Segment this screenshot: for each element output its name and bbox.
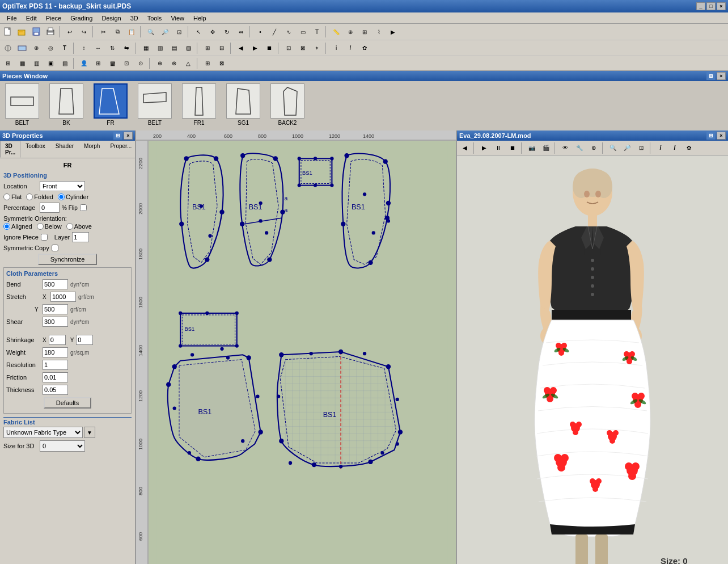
tb-curve[interactable]: ∿ xyxy=(282,26,295,38)
menu-edit[interactable]: Edit xyxy=(22,14,41,23)
rt-tb-8[interactable]: 🔧 xyxy=(573,142,586,154)
tb-open[interactable] xyxy=(15,26,29,38)
size-select[interactable]: 0 xyxy=(40,440,85,452)
tb2-8[interactable]: ⇆ xyxy=(120,42,133,54)
rt-tb-4[interactable]: ⏹ xyxy=(506,142,519,154)
close-button[interactable]: × xyxy=(717,2,726,10)
tb3-9[interactable]: ⊡ xyxy=(120,57,133,70)
stretch-y-input[interactable] xyxy=(43,304,68,314)
tb3-2[interactable]: ▦ xyxy=(15,57,29,70)
title-bar-buttons[interactable]: _ □ × xyxy=(696,2,726,10)
panel-pin-btn[interactable]: ⊞ xyxy=(113,132,122,140)
tb3-14[interactable]: ⊞ xyxy=(201,57,214,70)
tb-line[interactable]: ╱ xyxy=(268,26,281,38)
piece-bk[interactable]: BK xyxy=(46,83,86,128)
tb-redo[interactable]: ↪ xyxy=(77,26,91,38)
flat-radio[interactable]: Flat xyxy=(3,193,22,200)
rt-tb-13[interactable]: i xyxy=(654,142,667,154)
tb3-11[interactable]: ⊕ xyxy=(153,57,167,70)
tb2-17[interactable]: ⏹ xyxy=(263,42,276,54)
tb2-15[interactable]: ◀ xyxy=(234,42,248,54)
tb2-1[interactable] xyxy=(1,42,15,54)
shear-input[interactable] xyxy=(43,317,68,327)
tb-print[interactable] xyxy=(44,26,57,38)
thickness-input[interactable] xyxy=(43,385,68,395)
tb3-7[interactable]: ⊞ xyxy=(91,57,105,70)
piece-belt-1[interactable]: BELT xyxy=(2,83,42,128)
pieces-close-btn[interactable]: × xyxy=(717,72,726,80)
menu-help[interactable]: Help xyxy=(189,14,211,23)
tab-morph[interactable]: Morph xyxy=(79,141,105,158)
fabric-select[interactable]: Unknown Fabric Type xyxy=(3,427,83,438)
rt-tb-3[interactable]: ⏸ xyxy=(492,142,505,154)
tb2-2[interactable] xyxy=(15,42,29,54)
tb-grid[interactable]: ⊞ xyxy=(358,26,371,38)
below-radio[interactable]: Below xyxy=(37,223,62,230)
menu-design[interactable]: Design xyxy=(97,14,125,23)
tb-rotate[interactable]: ↻ xyxy=(220,26,234,38)
pieces-pin-btn[interactable]: ⊞ xyxy=(706,72,716,80)
percentage-input[interactable] xyxy=(40,203,60,213)
tb-snap[interactable]: ⊕ xyxy=(344,26,357,38)
menu-tools[interactable]: Tools xyxy=(143,14,167,23)
3d-view-content[interactable]: Size: 0 Opti Tex Next Generation 2D/3D C… xyxy=(457,155,728,564)
tb2-7[interactable]: ⇅ xyxy=(105,42,119,54)
tb-select[interactable]: ↖ xyxy=(192,26,205,38)
shrinkage-y-input[interactable] xyxy=(76,335,93,345)
tb3-13[interactable]: △ xyxy=(181,57,195,70)
tb2-23[interactable]: ✿ xyxy=(358,42,371,54)
tb3-3[interactable]: ▥ xyxy=(29,57,43,70)
tb2-18[interactable]: ⊡ xyxy=(282,42,295,54)
tb-move[interactable]: ✥ xyxy=(206,26,219,38)
tab-3dpr[interactable]: 3D Pr... xyxy=(0,141,20,158)
tb-point[interactable]: • xyxy=(253,26,267,38)
rt-tb-6[interactable]: 🎬 xyxy=(539,142,553,154)
tb3-5[interactable]: ▤ xyxy=(58,57,71,70)
location-select[interactable]: Front Back Left Right xyxy=(40,181,85,191)
aligned-radio[interactable]: Aligned xyxy=(3,223,32,230)
piece-fr[interactable]: FR xyxy=(91,83,130,128)
tb2-16[interactable]: ▶ xyxy=(248,42,262,54)
tb2-12[interactable]: ▧ xyxy=(181,42,195,54)
flip-checkbox[interactable] xyxy=(80,204,87,211)
piece-back2[interactable]: BACK2 xyxy=(268,83,307,128)
tb3-15[interactable]: ⊠ xyxy=(215,57,228,70)
symmetric-copy-checkbox[interactable] xyxy=(52,245,58,251)
tb-paste[interactable]: 📋 xyxy=(125,26,138,38)
tb2-3[interactable]: ⊕ xyxy=(29,42,43,54)
rt-tb-7[interactable]: 👁 xyxy=(558,142,572,154)
tb-seam[interactable]: ⌇ xyxy=(372,26,386,38)
tb3-10[interactable]: ⊙ xyxy=(134,57,147,70)
tb2-22[interactable]: I xyxy=(344,42,357,54)
resolution-input[interactable] xyxy=(43,360,68,370)
menu-file[interactable]: File xyxy=(2,14,22,23)
tb-text[interactable]: T xyxy=(310,26,324,38)
weight-input[interactable] xyxy=(43,347,68,357)
menu-view[interactable]: View xyxy=(166,14,189,23)
tb3-1[interactable]: ⊞ xyxy=(1,57,15,70)
tab-proper[interactable]: Proper... xyxy=(105,141,137,158)
tb2-5[interactable]: ↕ xyxy=(77,42,91,54)
maximize-button[interactable]: □ xyxy=(706,2,716,10)
menu-3d[interactable]: 3D xyxy=(126,14,143,23)
rt-tb-11[interactable]: 🔎 xyxy=(620,142,634,154)
tb-3d-sim[interactable]: ▶ xyxy=(386,26,400,38)
piece-fr1[interactable]: FR1 xyxy=(179,83,219,128)
piece-belt-2[interactable]: BELT xyxy=(135,83,175,128)
tb-save[interactable] xyxy=(29,26,43,38)
tb2-t[interactable]: T xyxy=(58,42,71,54)
tb2-19[interactable]: ⊠ xyxy=(296,42,310,54)
tb2-10[interactable]: ▥ xyxy=(153,42,167,54)
minimize-button[interactable]: _ xyxy=(696,2,705,10)
tab-shader[interactable]: Shader xyxy=(50,141,79,158)
tb2-11[interactable]: ▤ xyxy=(167,42,181,54)
tb3-8[interactable]: ▩ xyxy=(105,57,119,70)
rt-tb-15[interactable]: ✿ xyxy=(682,142,696,154)
tb3-6[interactable]: 👤 xyxy=(77,57,91,70)
above-radio[interactable]: Above xyxy=(66,223,92,230)
synchronize-button[interactable]: Synchronize xyxy=(38,254,98,265)
rt-tb-5[interactable]: 📷 xyxy=(525,142,539,154)
bend-input[interactable] xyxy=(43,279,68,289)
tb2-6[interactable]: ↔ xyxy=(91,42,105,54)
rt-tb-9[interactable]: ⊕ xyxy=(587,142,600,154)
